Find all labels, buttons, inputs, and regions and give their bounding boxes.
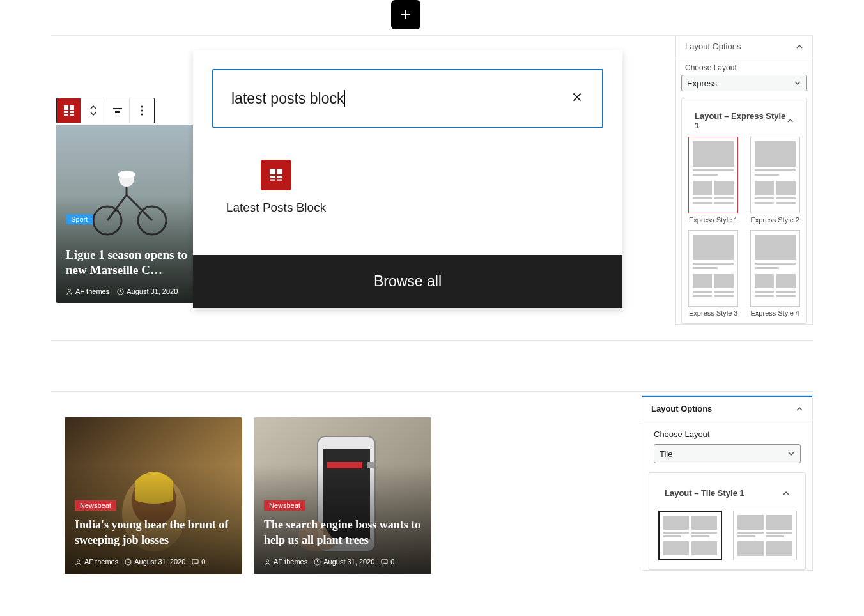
layout-style-toggle[interactable]: Layout – Express Style 1: [686, 105, 803, 137]
layout-style-toggle-2[interactable]: Layout – Tile Style 1: [656, 482, 799, 504]
chevron-up-icon: [787, 117, 794, 125]
choose-layout-label: Choose Layout: [642, 420, 812, 444]
chevron-up-icon: [796, 405, 803, 413]
layout-style-header: Layout – Tile Style 1: [665, 488, 744, 498]
tile-style-1[interactable]: [658, 511, 722, 560]
layout-style-3[interactable]: Express Style 3: [688, 230, 738, 317]
layout-style-label: Express Style 1: [688, 216, 738, 224]
layout-preview: [750, 230, 800, 307]
move-updown-icon: [87, 104, 100, 117]
clear-search-button[interactable]: [570, 90, 584, 107]
svg-point-12: [141, 114, 143, 116]
align-button[interactable]: [105, 98, 130, 123]
comment-icon: [381, 558, 388, 566]
chevron-down-icon: [787, 450, 795, 458]
move-updown-button[interactable]: [81, 98, 105, 123]
svg-rect-24: [277, 176, 282, 178]
layout-style-4[interactable]: Express Style 4: [750, 230, 800, 317]
layout-preview: [688, 137, 738, 213]
tile-comments: 0: [390, 558, 394, 566]
layout-select-value: Tile: [660, 449, 672, 459]
clock-icon: [117, 288, 124, 295]
svg-rect-26: [277, 180, 282, 181]
layout-options-toggle[interactable]: Layout Options: [676, 35, 812, 58]
sidebar-tile: Layout Options Choose Layout Tile Layout…: [642, 395, 813, 571]
grid-icon: [63, 104, 75, 117]
tile-author: AF themes: [274, 558, 307, 566]
layout-style-label: Express Style 4: [750, 309, 800, 317]
svg-rect-23: [270, 176, 275, 178]
svg-rect-3: [70, 105, 74, 110]
svg-rect-21: [270, 169, 275, 174]
svg-rect-9: [115, 111, 120, 113]
post-tile-2[interactable]: Newsbeat The search engine boss wants to…: [254, 417, 431, 574]
clock-icon: [125, 558, 132, 566]
tile-title: The search engine boss wants to help us …: [264, 518, 421, 548]
layout-style-label: Express Style 3: [688, 309, 738, 317]
layout-style-1[interactable]: Express Style 1: [688, 137, 738, 224]
tile-category-tag[interactable]: Newsbeat: [264, 500, 305, 511]
svg-rect-25: [270, 180, 275, 181]
search-results: Latest Posts Block: [193, 147, 622, 255]
layout-preview: [658, 511, 722, 560]
tile-category-tag[interactable]: Newsbeat: [75, 500, 116, 511]
block-type-button[interactable]: [57, 98, 81, 123]
chevron-down-icon: [794, 79, 801, 87]
layout-style-label: Express Style 2: [750, 216, 800, 224]
browse-all-button[interactable]: Browse all: [193, 255, 622, 308]
post-tile-1[interactable]: Newsbeat India's young bear the brunt of…: [65, 417, 242, 574]
layout-select-2[interactable]: Tile: [654, 444, 801, 463]
block-inserter-panel: latest posts block Latest Posts Block Br…: [193, 50, 622, 308]
post-category-tag[interactable]: Sport: [66, 214, 93, 224]
tile-date: August 31, 2020: [134, 558, 185, 566]
layout-select-value: Express: [687, 79, 717, 88]
svg-rect-8: [113, 108, 122, 109]
latest-posts-block-icon: [261, 160, 291, 190]
tile-style-2[interactable]: [733, 511, 797, 560]
post-date: August 31, 2020: [127, 288, 178, 295]
tile-comments: 0: [201, 558, 205, 566]
svg-rect-2: [64, 105, 68, 110]
choose-layout-label: Choose Layout: [676, 58, 812, 75]
tile-meta: AF themes August 31, 2020 0: [75, 558, 205, 566]
tile-author: AF themes: [84, 558, 118, 566]
svg-rect-4: [64, 111, 68, 113]
more-options-button[interactable]: [130, 98, 154, 123]
search-input-text[interactable]: latest posts block: [231, 90, 344, 107]
tile-date: August 31, 2020: [323, 558, 374, 566]
layout-style-header: Layout – Express Style 1: [695, 111, 787, 130]
layout-style-panel-2: Layout – Tile Style 1: [649, 472, 806, 570]
tile-meta: AF themes August 31, 2020 0: [264, 558, 394, 566]
svg-point-29: [77, 559, 80, 562]
close-icon: [570, 90, 584, 104]
clock-icon: [314, 558, 321, 566]
post-meta: AF themes August 31, 2020: [66, 288, 178, 295]
layout-preview: [688, 230, 738, 307]
add-block-button[interactable]: [391, 0, 420, 29]
more-vertical-icon: [135, 104, 148, 117]
tile-title: India's young bear the brunt of sweeping…: [75, 518, 232, 548]
sidebar-express: Layout Options Choose Layout Express Lay…: [675, 35, 813, 325]
block-result-latest-posts[interactable]: Latest Posts Block: [225, 160, 327, 217]
svg-point-35: [266, 559, 269, 562]
chevron-up-icon: [796, 43, 803, 50]
svg-rect-22: [277, 169, 282, 174]
search-field: latest posts block: [212, 69, 603, 128]
post-card-sport[interactable]: Sport Ligue 1 season opens to new Marsei…: [56, 125, 194, 303]
comment-icon: [192, 558, 199, 566]
layout-select[interactable]: Express: [681, 75, 807, 91]
user-icon: [264, 558, 271, 566]
layout-options-toggle-2[interactable]: Layout Options: [642, 396, 812, 420]
user-icon: [75, 558, 82, 566]
layout-preview: [733, 511, 797, 560]
svg-point-17: [68, 289, 71, 291]
user-icon: [66, 288, 73, 295]
layout-style-2[interactable]: Express Style 2: [750, 137, 800, 224]
svg-rect-7: [70, 114, 74, 116]
layout-style-panel: Layout – Express Style 1 Express Style 1: [681, 98, 807, 324]
plus-icon: [398, 7, 413, 22]
post-author: AF themes: [75, 288, 109, 295]
chevron-up-icon: [782, 489, 790, 497]
svg-point-10: [141, 106, 143, 108]
text-cursor: [344, 90, 345, 107]
